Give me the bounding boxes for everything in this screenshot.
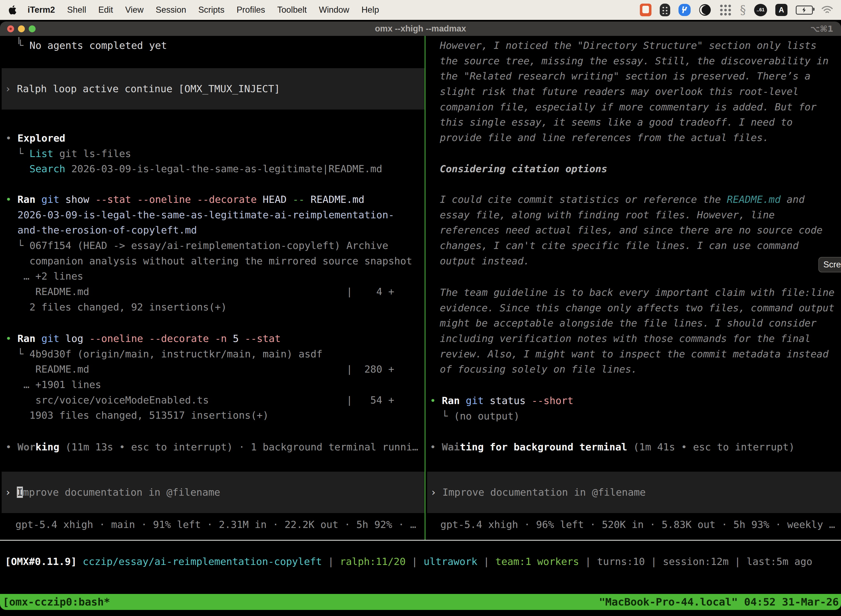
terminal-line: review. Also, I might want to inspect th… [440, 346, 834, 362]
reasoning-heading: Considering citation options [440, 161, 607, 177]
terminal-line: the "Related research writing" section i… [440, 69, 829, 84]
terminal-line: slight risk that future readers may over… [440, 84, 829, 99]
terminal-line: of focusing solely on file lines. [440, 362, 834, 377]
close-button[interactable] [7, 25, 14, 32]
zoom-button[interactable] [29, 25, 35, 32]
terminal-line: Search 2026-03-09-is-legal-the-same-as-l… [6, 161, 382, 177]
menu-item-toolbelt[interactable]: Toolbelt [271, 5, 313, 15]
squiggle-icon[interactable]: § [740, 4, 746, 16]
terminal-line: › Improve documentation in @filename [5, 485, 220, 500]
terminal-line: › Improve documentation in @filename [431, 485, 646, 500]
apple-menu-icon[interactable] [8, 4, 18, 15]
reasoning-paragraph-2: I could cite commit statistics or refere… [440, 192, 822, 268]
menu-item-shell[interactable]: Shell [61, 5, 92, 15]
terminal-line: Considering citation options [440, 161, 607, 177]
terminal-line: evidence. Since this change only affects… [440, 300, 834, 316]
chat-app-icon[interactable] [640, 4, 652, 16]
tmux-session-label: [omx-cczip0:bash* [0, 596, 110, 608]
git-show-section: • Ran git show --stat --oneline --decora… [6, 192, 412, 315]
terminal-line: The team guideline is to back every impo… [440, 285, 834, 300]
terminal-line: • Explored [6, 131, 382, 146]
command-input-left[interactable]: › Improve documentation in @filename [1, 472, 425, 513]
terminal-line: 2026-03-09-is-legal-the-same-as-legitima… [6, 207, 412, 223]
terminal-line: companion analysis without altering the … [6, 253, 412, 269]
waiting-status-line: • Waiting for background terminal (1m 41… [430, 439, 795, 455]
terminal-line: and-the-erosion-of-copyleft.md [6, 223, 412, 238]
terminal-line: … +1901 lines [6, 377, 394, 392]
terminal-line: 2 files changed, 92 insertions(+) [6, 299, 412, 315]
session-stats-right: gpt-5.4 xhigh · 96% left · 520K in · 5.8… [440, 517, 835, 532]
terminal-line: … +2 lines [6, 268, 412, 284]
terminal-line: the source tree, missing the essay. Stil… [440, 53, 829, 69]
battery-percent-icon[interactable]: ..61 [754, 4, 767, 16]
tmux-host-clock-label: "MacBook-Pro-44.local" 04:52 31-Mar-26 [599, 596, 841, 608]
menu-item-help[interactable]: Help [355, 5, 385, 15]
terminal-line: provide file and line references from th… [440, 130, 829, 145]
terminal-line: However, I noticed the "Directory Struct… [440, 38, 829, 53]
menu-item-iterm2[interactable]: iTerm2 [22, 5, 61, 15]
menu-bar-status-icons: § ..61 A [640, 4, 841, 16]
terminal-window: omx --xhigh --madmax ⌥⌘1 └ No agents com… [0, 22, 841, 610]
menu-item-session[interactable]: Session [149, 5, 192, 15]
menu-item-window[interactable]: Window [313, 5, 355, 15]
terminal-line: [OMX#0.11.9] cczip/essay/ai-reimplementa… [5, 554, 812, 569]
right-pane: However, I noticed the "Directory Struct… [427, 36, 841, 540]
terminal-line: output instead. [440, 253, 822, 269]
inject-prompt-box[interactable]: › Ralph loop active continue [OMX_TMUX_I… [1, 68, 425, 110]
tmux-status-bar: [omx-cczip0:bash* "MacBook-Pro-44.local"… [0, 594, 841, 610]
terminal-line: └ (no output) [430, 408, 573, 424]
terminal-line: 1903 files changed, 513517 insertions(+) [6, 408, 394, 423]
shield-grid-icon[interactable] [660, 4, 670, 16]
terminal-line: └ 4b9d30f (origin/main, instructkr/main,… [6, 346, 394, 362]
terminal-line: └ List git ls-files [6, 146, 382, 161]
window-shortcut-badge: ⌥⌘1 [810, 24, 833, 34]
omx-status-line: [OMX#0.11.9] cczip/essay/ai-reimplementa… [5, 554, 812, 569]
terminal-line: might be acceptable alongside the file l… [440, 315, 834, 331]
terminal-line: • Ran git status --short [430, 393, 573, 408]
terminal-line: • Working (11m 13s • esc to interrupt) ·… [6, 439, 418, 455]
agents-status-line: └ No agents completed yet [6, 38, 167, 53]
explored-section: • Explored └ List git ls-files Search 20… [6, 131, 382, 177]
command-input-right[interactable]: › Improve documentation in @filename [427, 472, 841, 513]
terminal-content: └ No agents completed yet › Ralph loop a… [0, 36, 841, 540]
wifi-icon[interactable] [821, 5, 833, 15]
window-title: omx --xhigh --madmax [375, 24, 466, 34]
terminal-line: this single essay, it seems like a good … [440, 114, 829, 130]
terminal-line: essay file, along with finding root file… [440, 207, 822, 223]
menu-item-scripts[interactable]: Scripts [192, 5, 231, 15]
working-status-line: • Working (11m 13s • esc to interrupt) ·… [6, 439, 418, 455]
screen-share-tooltip[interactable]: Scre [818, 257, 841, 273]
title-bar: omx --xhigh --madmax ⌥⌘1 [0, 22, 841, 36]
git-status-section: • Ran git status --short └ (no output) [430, 393, 573, 424]
terminal-line: README.md | 4 + [6, 284, 412, 299]
terminal-line: › Ralph loop active continue [OMX_TMUX_I… [5, 81, 280, 97]
menu-bar: iTerm2ShellEditViewSessionScriptsProfile… [0, 0, 841, 20]
menu-bar-left: iTerm2ShellEditViewSessionScriptsProfile… [0, 4, 385, 15]
terminal-line: companion file, especially if more comme… [440, 99, 829, 115]
crescent-app-icon[interactable] [699, 4, 711, 16]
terminal-line: • Ran git log --oneline --decorate -n 5 … [6, 331, 394, 346]
terminal-line: I could cite commit statistics or refere… [440, 192, 822, 207]
minimize-button[interactable] [18, 25, 25, 32]
left-pane: └ No agents completed yet › Ralph loop a… [0, 36, 425, 540]
dots-grid-icon[interactable] [719, 4, 732, 16]
terminal-line: references need actual files, and since … [440, 223, 822, 238]
menu-item-view[interactable]: View [119, 5, 150, 15]
git-log-section: • Ran git log --oneline --decorate -n 5 … [6, 331, 394, 423]
terminal-line: gpt-5.4 xhigh · 96% left · 520K in · 5.8… [440, 517, 835, 532]
terminal-line: gpt-5.4 xhigh · main · 91% left · 2.31M … [15, 517, 416, 532]
terminal-line: src/voice/voiceModeEnabled.ts | 54 + [6, 392, 394, 408]
terminal-line: └ 067f154 (HEAD -> essay/ai-reimplementa… [6, 238, 412, 253]
menu-item-profiles[interactable]: Profiles [230, 5, 271, 15]
traffic-lights [7, 22, 35, 36]
terminal-line: README.md | 280 + [6, 362, 394, 377]
menu-item-edit[interactable]: Edit [92, 5, 119, 15]
reasoning-paragraph-3: The team guideline is to back every impo… [440, 285, 834, 377]
a-app-icon[interactable]: A [775, 4, 787, 16]
pane-divider[interactable] [425, 36, 425, 540]
battery-icon[interactable] [796, 6, 813, 15]
blue-badge-icon[interactable] [678, 4, 691, 16]
pane-bottom-separator [0, 540, 841, 541]
terminal-line: changes, I can't cite specific file line… [440, 238, 822, 253]
menu-items: iTerm2ShellEditViewSessionScriptsProfile… [22, 5, 385, 15]
